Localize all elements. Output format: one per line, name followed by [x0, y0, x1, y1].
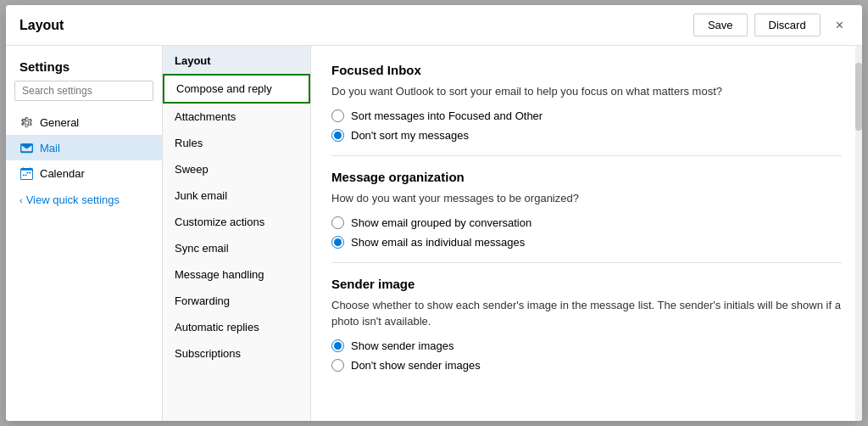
sidebar-item-calendar-label: Calendar [40, 167, 85, 180]
radio-dont-sort[interactable]: Don't sort my messages [331, 129, 842, 142]
calendar-icon [19, 166, 33, 180]
middle-nav-item-customize-actions[interactable]: Customize actions [163, 209, 310, 235]
message-organization-radio-group: Show email grouped by conversation Show … [331, 216, 842, 249]
radio-sort-focused-label: Sort messages into Focused and Other [351, 109, 542, 122]
modal-title: Layout [19, 18, 64, 33]
sidebar-item-mail-label: Mail [40, 142, 60, 154]
sidebar-item-general[interactable]: General [6, 109, 162, 135]
radio-grouped-conversation[interactable]: Show email grouped by conversation [331, 216, 842, 229]
radio-sort-focused-input[interactable] [331, 109, 344, 122]
radio-individual-messages-input[interactable] [331, 236, 344, 249]
focused-inbox-section: Focused Inbox Do you want Outlook to sor… [331, 63, 842, 142]
radio-grouped-conversation-input[interactable] [331, 216, 344, 229]
modal-body: Settings General [6, 46, 862, 421]
settings-modal: Layout Save Discard × Settings [6, 5, 862, 421]
view-quick-settings-label: View quick settings [26, 193, 120, 206]
focused-inbox-radio-group: Sort messages into Focused and Other Don… [331, 109, 842, 142]
main-content: Focused Inbox Do you want Outlook to sor… [311, 46, 862, 421]
modal-overlay: Layout Save Discard × Settings [0, 0, 868, 426]
focused-inbox-title: Focused Inbox [331, 63, 842, 77]
message-organization-title: Message organization [331, 170, 842, 184]
gear-icon [19, 115, 33, 129]
scrollbar-thumb[interactable] [855, 63, 862, 131]
sidebar-item-calendar[interactable]: Calendar [6, 160, 162, 186]
middle-nav-item-compose-reply[interactable]: Compose and reply [163, 74, 310, 104]
sender-image-desc: Choose whether to show each sender's ima… [331, 298, 842, 328]
middle-nav-item-sweep[interactable]: Sweep [163, 156, 310, 182]
modal-header: Layout Save Discard × [6, 5, 862, 46]
scrollbar-track[interactable] [855, 46, 862, 421]
radio-dont-show-sender-images[interactable]: Don't show sender images [331, 359, 842, 372]
radio-grouped-conversation-label: Show email grouped by conversation [351, 216, 531, 229]
sender-image-title: Sender image [331, 277, 842, 291]
middle-nav-header: Layout [163, 46, 310, 74]
sender-image-radio-group: Show sender images Don't show sender ima… [331, 339, 842, 372]
middle-nav-item-rules[interactable]: Rules [163, 130, 310, 156]
modal-header-actions: Save Discard × [693, 14, 849, 36]
middle-nav-item-junk-email[interactable]: Junk email [163, 182, 310, 209]
mail-icon [19, 141, 33, 154]
radio-show-sender-images[interactable]: Show sender images [331, 339, 842, 352]
middle-nav-item-attachments[interactable]: Attachments [163, 104, 310, 130]
middle-nav-item-forwarding[interactable]: Forwarding [163, 288, 310, 314]
message-organization-section: Message organization How do you want you… [331, 170, 842, 249]
sidebar-title: Settings [6, 56, 162, 81]
divider-1 [331, 155, 842, 156]
close-button[interactable]: × [831, 16, 849, 35]
radio-dont-sort-label: Don't sort my messages [351, 129, 469, 142]
save-button[interactable]: Save [693, 14, 748, 36]
sidebar-item-mail[interactable]: Mail [6, 135, 162, 160]
middle-nav-item-automatic-replies[interactable]: Automatic replies [163, 314, 310, 340]
view-quick-settings-link[interactable]: ‹ View quick settings [6, 188, 162, 212]
radio-show-sender-images-input[interactable] [331, 339, 344, 352]
radio-dont-show-sender-images-label: Don't show sender images [351, 359, 481, 372]
search-input[interactable] [14, 81, 153, 101]
chevron-left-icon: ‹ [19, 195, 23, 205]
middle-nav-item-message-handling[interactable]: Message handling [163, 261, 310, 288]
radio-sort-focused[interactable]: Sort messages into Focused and Other [331, 109, 842, 122]
message-organization-desc: How do you want your messages to be orga… [331, 191, 842, 206]
sender-image-section: Sender image Choose whether to show each… [331, 277, 842, 371]
left-sidebar: Settings General [6, 46, 163, 421]
sidebar-item-general-label: General [40, 116, 79, 129]
radio-individual-messages[interactable]: Show email as individual messages [331, 236, 842, 249]
middle-nav: Layout Compose and reply Attachments Rul… [163, 46, 311, 421]
main-content-wrapper: Focused Inbox Do you want Outlook to sor… [311, 46, 862, 421]
radio-individual-messages-label: Show email as individual messages [351, 236, 525, 249]
radio-show-sender-images-label: Show sender images [351, 339, 453, 352]
discard-button[interactable]: Discard [754, 14, 821, 36]
middle-nav-item-sync-email[interactable]: Sync email [163, 235, 310, 261]
radio-dont-sort-input[interactable] [331, 129, 344, 142]
focused-inbox-desc: Do you want Outlook to sort your email t… [331, 84, 842, 99]
middle-nav-item-subscriptions[interactable]: Subscriptions [163, 340, 310, 367]
divider-2 [331, 262, 842, 263]
radio-dont-show-sender-images-input[interactable] [331, 359, 344, 372]
